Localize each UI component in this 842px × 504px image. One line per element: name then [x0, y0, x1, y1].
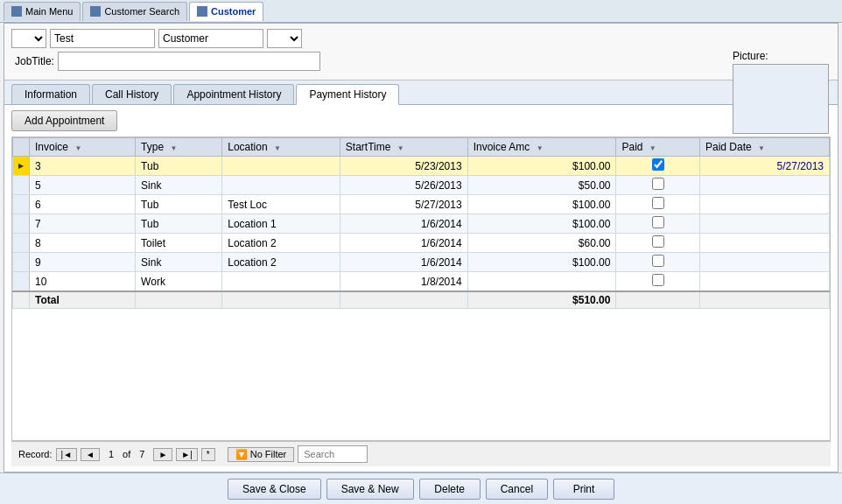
invoice-sort-arrow[interactable]: ▼ [74, 144, 81, 152]
total-label: Total [30, 291, 136, 309]
paid-checkbox[interactable] [652, 216, 664, 228]
col-header-invoice[interactable]: Invoice ▼ [30, 138, 136, 157]
tab-appointment-history-label: Appointment History [186, 88, 281, 101]
person-icon [197, 6, 207, 17]
table-row[interactable]: 6TubTest Loc5/27/2013$100.00 [13, 195, 830, 214]
paid-checkbox[interactable] [652, 235, 664, 248]
cell-type: Sink [136, 253, 222, 272]
cell-paid[interactable] [616, 234, 700, 253]
tab-payment-history[interactable]: Payment History [296, 84, 399, 105]
cancel-button[interactable]: Cancel [486, 479, 548, 500]
cell-paid[interactable] [616, 214, 700, 234]
cell-invoice-amount: $100.00 [467, 195, 616, 214]
table-row[interactable]: 8ToiletLocation 21/6/2014$60.00 [13, 234, 830, 253]
save-new-button[interactable]: Save & New [326, 479, 414, 500]
grid-icon [11, 6, 22, 17]
tab-main-menu[interactable]: Main Menu [4, 2, 81, 21]
starttime-sort-arrow[interactable]: ▼ [397, 144, 404, 152]
cell-invoice-amount: $100.00 [467, 253, 616, 272]
col-header-type[interactable]: Type ▼ [136, 138, 222, 157]
cell-invoice: 9 [30, 253, 136, 272]
cell-location [222, 157, 340, 176]
jobtitle-input[interactable] [58, 52, 320, 71]
type-sort-arrow[interactable]: ▼ [170, 144, 177, 152]
cell-paid[interactable] [616, 195, 700, 214]
first-name-input[interactable] [50, 29, 155, 48]
nav-next-button[interactable]: ► [153, 448, 172, 461]
table-row[interactable]: 10Work1/8/2014 [13, 272, 830, 292]
cell-location [222, 176, 340, 195]
no-filter-label: No Filter [250, 449, 287, 459]
paid-sort-arrow[interactable]: ▼ [649, 144, 656, 152]
cell-type: Work [136, 272, 222, 292]
col-header-location[interactable]: Location ▼ [222, 138, 340, 157]
row-selector [13, 253, 30, 272]
title-dropdown[interactable] [11, 29, 46, 48]
paid-checkbox[interactable] [652, 197, 664, 209]
cell-starttime: 1/6/2014 [340, 234, 467, 253]
cell-starttime: 1/8/2014 [340, 272, 467, 292]
record-current: 1 [109, 449, 114, 459]
suffix-dropdown[interactable] [267, 29, 302, 48]
nav-new-button[interactable]: * [201, 448, 215, 461]
cell-paid[interactable] [616, 253, 700, 272]
table-row[interactable]: 9SinkLocation 21/6/2014$100.00 [13, 253, 830, 272]
table-row[interactable]: ▶3Tub5/23/2013$100.005/27/2013 [13, 157, 830, 176]
tab-main-menu-label: Main Menu [25, 6, 73, 17]
add-appointment-button[interactable]: Add Appointment [11, 110, 117, 131]
picture-label: Picture: [733, 50, 829, 62]
cell-invoice: 8 [30, 234, 136, 253]
tab-call-history-label: Call History [105, 88, 158, 101]
paid-checkbox[interactable] [652, 158, 664, 171]
cell-paid[interactable] [616, 272, 700, 292]
tab-customer-search[interactable]: Customer Search [82, 2, 187, 21]
table-row[interactable]: 5Sink5/26/2013$50.00 [13, 176, 830, 195]
paid-checkbox[interactable] [652, 178, 664, 190]
invoice-amount-sort-arrow[interactable]: ▼ [537, 144, 544, 152]
record-search-input[interactable] [298, 445, 368, 463]
col-header-paid-date[interactable]: Paid Date ▼ [700, 138, 830, 157]
no-filter-button[interactable]: 🔽 No Filter [228, 447, 295, 462]
row-selector [13, 176, 30, 195]
cell-paid-date [700, 195, 830, 214]
nav-first-button[interactable]: |◄ [56, 448, 78, 461]
record-of-label: of [123, 449, 130, 459]
nav-last-button[interactable]: ►| [176, 448, 198, 461]
button-bar: Save & Close Save & New Delete Cancel Pr… [0, 472, 842, 504]
tab-customer[interactable]: Customer [189, 2, 263, 21]
cell-starttime: 5/23/2013 [340, 157, 467, 176]
cell-location: Location 2 [222, 253, 340, 272]
col-header-paid[interactable]: Paid ▼ [616, 138, 700, 157]
paid-checkbox[interactable] [652, 255, 664, 267]
delete-button[interactable]: Delete [419, 479, 481, 500]
cell-paid[interactable] [616, 176, 700, 195]
nav-prev-button[interactable]: ◄ [81, 448, 100, 461]
cell-invoice-amount: $60.00 [467, 234, 616, 253]
col-header-invoice-amount[interactable]: Invoice Amc ▼ [467, 138, 616, 157]
cell-paid-date [700, 272, 830, 292]
main-content: JobTitle: Picture: Information Call Hist… [4, 23, 838, 472]
tab-information[interactable]: Information [11, 84, 90, 104]
location-sort-arrow[interactable]: ▼ [274, 144, 281, 152]
tab-appointment-history[interactable]: Appointment History [173, 84, 294, 104]
print-button[interactable]: Print [553, 479, 614, 500]
save-close-button[interactable]: Save & Close [228, 479, 321, 500]
cell-type: Toilet [136, 234, 222, 253]
table-row[interactable]: 7TubLocation 11/6/2014$100.00 [13, 214, 830, 234]
cell-paid[interactable] [616, 157, 700, 176]
paid-date-sort-arrow[interactable]: ▼ [758, 144, 765, 152]
cell-type: Tub [136, 195, 222, 214]
paid-checkbox[interactable] [652, 274, 664, 286]
tab-payment-history-label: Payment History [309, 88, 386, 101]
data-table-wrapper: Invoice ▼ Type ▼ Location ▼ [11, 136, 831, 441]
picture-box [733, 64, 829, 134]
col-header-starttime[interactable]: StartTime ▼ [340, 138, 467, 157]
cell-invoice: 7 [30, 214, 136, 234]
cell-starttime: 1/6/2014 [340, 253, 467, 272]
cell-location: Location 1 [222, 214, 340, 234]
cell-paid-date: 5/27/2013 [700, 157, 830, 176]
filter-icon: 🔽 [235, 449, 248, 460]
tab-call-history[interactable]: Call History [92, 84, 172, 104]
last-name-input[interactable] [158, 29, 263, 48]
cell-invoice-amount: $100.00 [467, 214, 616, 234]
